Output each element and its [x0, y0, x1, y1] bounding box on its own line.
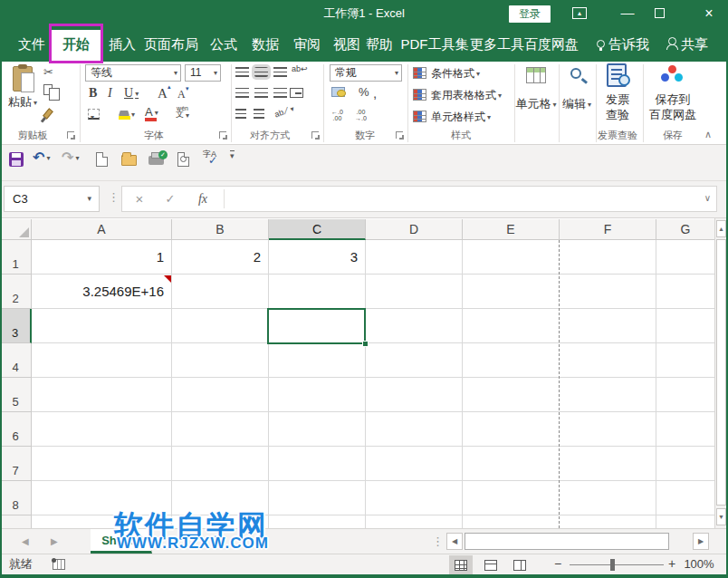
chevron-down-icon[interactable]: ▾ [395, 65, 398, 81]
phonetic-guide-icon[interactable]: wén文 [176, 105, 189, 119]
row-header-2[interactable]: 2 [0, 275, 32, 309]
clipboard-dialog-launcher[interactable] [67, 131, 74, 139]
row-header-6[interactable]: 6 [0, 412, 32, 447]
comma-style-button[interactable]: , [373, 85, 377, 101]
spelling-icon[interactable]: 字A✓ [203, 150, 217, 165]
chevron-down-icon[interactable]: ▾ [214, 65, 217, 81]
row-header-1[interactable]: 1 [0, 240, 32, 275]
paste-icon[interactable] [13, 66, 33, 92]
borders-icon[interactable] [88, 109, 100, 120]
horizontal-scroll-thumb[interactable] [465, 533, 669, 550]
new-document-icon[interactable] [96, 152, 108, 167]
chevron-down-icon[interactable]: ▾ [174, 65, 177, 81]
select-all-corner[interactable] [0, 219, 32, 240]
column-header-e[interactable]: E [463, 219, 560, 240]
ribbon-display-options-icon[interactable]: ▴ [572, 7, 587, 19]
decrease-indent-icon[interactable] [235, 109, 246, 119]
orientation-icon[interactable]: ab⟋ [273, 105, 294, 118]
fill-color-icon[interactable] [119, 107, 135, 120]
undo-icon[interactable]: ↶ [33, 149, 50, 166]
tab-insert[interactable]: 插入 [101, 27, 143, 62]
customize-qat-icon[interactable]: ▾ [230, 150, 235, 160]
align-top-icon[interactable] [235, 67, 249, 77]
tab-review[interactable]: 审阅 [286, 27, 328, 62]
insert-function-icon[interactable]: fx [191, 187, 215, 211]
increase-indent-icon[interactable] [254, 109, 264, 119]
cut-icon[interactable]: ✂ [43, 65, 53, 79]
number-dialog-launcher[interactable] [396, 131, 403, 139]
column-header-c[interactable]: C [269, 219, 366, 240]
row-header-5[interactable]: 5 [0, 378, 32, 412]
cancel-icon[interactable]: × [128, 187, 151, 211]
chevron-down-icon[interactable]: ▾ [87, 187, 91, 211]
tab-data[interactable]: 数据 [244, 27, 286, 62]
tab-file[interactable]: 文件 [11, 27, 53, 62]
font-color-icon[interactable]: A [145, 105, 158, 119]
number-format-combo[interactable]: 常规▾ [330, 64, 402, 82]
format-painter-icon[interactable] [43, 108, 53, 119]
print-preview-icon[interactable] [177, 152, 189, 167]
row-header-7[interactable]: 7 [0, 447, 32, 481]
bold-button[interactable]: B [89, 86, 97, 101]
selected-cell-c3[interactable] [267, 308, 366, 344]
cell-c1[interactable]: 3 [269, 240, 362, 275]
open-folder-icon[interactable] [121, 155, 137, 166]
grow-font-button[interactable]: A▴ [158, 86, 168, 101]
enter-icon[interactable]: ✓ [158, 187, 182, 211]
column-header-a[interactable]: A [32, 219, 172, 240]
tab-more-tools[interactable]: 更多工具 [469, 27, 525, 62]
italic-button[interactable]: I [108, 86, 112, 101]
font-size-combo[interactable]: 11▾ [185, 64, 221, 82]
normal-view-button[interactable] [449, 555, 473, 574]
page-break-view-button[interactable] [508, 555, 532, 574]
tab-baidu-netdisk[interactable]: 百度网盘 [523, 27, 580, 62]
column-header-f[interactable]: F [560, 219, 656, 240]
redo-icon[interactable]: ↷ [62, 149, 79, 166]
zoom-level[interactable]: 100% [679, 554, 719, 574]
sheet-next-icon[interactable]: ▶ [51, 529, 58, 554]
cell-styles-button[interactable]: 单元格样式 [431, 110, 491, 125]
row-header-8[interactable]: 8 [0, 481, 32, 515]
tab-share[interactable]: 共享 [657, 27, 717, 62]
vertical-scroll-thumb[interactable] [716, 239, 726, 506]
row-header-4[interactable]: 4 [0, 343, 32, 378]
zoom-slider-thumb[interactable] [610, 559, 615, 571]
invoice-check-button[interactable]: 发票查验 [594, 92, 641, 122]
accounting-format-icon[interactable] [331, 87, 345, 97]
column-header-b[interactable]: B [172, 219, 269, 240]
align-left-icon[interactable] [235, 88, 249, 98]
align-bottom-icon[interactable] [273, 67, 287, 77]
scroll-left-icon[interactable]: ◀ [446, 533, 463, 550]
scroll-down-icon[interactable]: ▼ [716, 508, 726, 525]
decrease-decimal-icon[interactable]: .00 →.0 [355, 109, 367, 121]
name-box[interactable]: C3▾ [4, 186, 100, 212]
tab-formulas[interactable]: 公式 [203, 27, 244, 62]
conditional-formatting-button[interactable]: 条件格式 [431, 66, 480, 82]
cell-b1[interactable]: 2 [172, 240, 265, 275]
copy-icon[interactable] [43, 84, 53, 95]
cells-button[interactable]: 单元格 [512, 96, 560, 112]
percent-style-button[interactable]: % [359, 85, 369, 99]
vertical-scrollbar[interactable]: ▲ ▼ [714, 218, 726, 528]
expand-formula-bar-icon[interactable]: ∨ [704, 187, 711, 211]
wrap-text-icon[interactable]: ab↩ [292, 66, 308, 72]
column-header-d[interactable]: D [366, 219, 463, 240]
font-name-combo[interactable]: 等线▾ [85, 64, 181, 82]
tab-help[interactable]: 帮助 [359, 27, 400, 62]
format-as-table-button[interactable]: 套用表格格式 [431, 88, 502, 103]
merge-center-icon[interactable] [290, 88, 303, 98]
collapse-ribbon-icon[interactable]: ∧ [704, 129, 712, 140]
align-middle-icon[interactable] [254, 67, 268, 77]
save-icon[interactable] [9, 152, 24, 167]
editing-button[interactable]: 编辑 [554, 96, 599, 112]
save-to-baidu-button[interactable]: 保存到百度网盘 [643, 92, 703, 122]
align-right-icon[interactable] [273, 88, 287, 98]
tab-page-layout[interactable]: 页面布局 [141, 27, 201, 62]
shrink-font-button[interactable]: A▾ [177, 88, 186, 101]
column-header-g[interactable]: G [656, 219, 714, 240]
increase-decimal-icon[interactable]: ←.0 .00 [331, 109, 343, 121]
maximize-button[interactable] [655, 8, 665, 18]
zoom-out-button[interactable]: − [554, 554, 561, 574]
page-layout-view-button[interactable] [479, 555, 503, 574]
row-header-3[interactable]: 3 [0, 309, 32, 343]
